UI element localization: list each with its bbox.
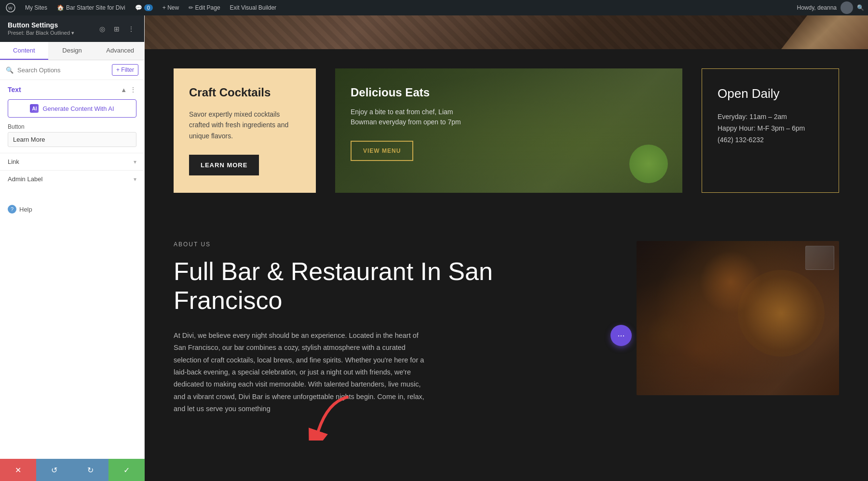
generate-ai-button[interactable]: AI Generate Content With AI: [8, 99, 136, 118]
cocktails-title: Craft Cocktails: [189, 86, 300, 99]
undo-button[interactable]: ↺: [36, 459, 72, 481]
glass-decoration-3: [646, 313, 690, 357]
admin-bar: W My Sites 🏠 Bar Starter Site for Divi 💬…: [0, 0, 868, 15]
search-icon: 🔍: [6, 67, 14, 74]
card-open-daily: Open Daily Everyday: 11am – 2am Happy Ho…: [702, 68, 839, 193]
link-label: Link: [8, 158, 19, 165]
help-row: ? Help: [0, 197, 144, 221]
open-daily-title: Open Daily: [718, 86, 823, 101]
about-label: ABOUT US: [174, 241, 608, 248]
button-field-label: Button: [0, 123, 144, 132]
section-menu-icon[interactable]: ⋮: [130, 86, 136, 94]
glass-decoration-2: [699, 251, 762, 313]
help-link[interactable]: Help: [19, 206, 32, 213]
eats-decoration: [629, 145, 668, 183]
view-menu-button[interactable]: VIEW MENU: [351, 141, 413, 161]
text-section-title: Text: [8, 86, 21, 94]
admin-bar-right: Howdy, deanna 🔍: [797, 1, 865, 14]
open-daily-hours: Everyday: 11am – 2am: [718, 113, 823, 120]
comments-count: 0: [144, 4, 153, 11]
grid-icon[interactable]: ⊞: [111, 24, 122, 34]
about-image: [637, 241, 839, 395]
search-input[interactable]: [17, 67, 108, 74]
panel-title: Button Settings: [8, 21, 74, 29]
howdy-text: Howdy, deanna: [797, 4, 837, 11]
search-icon[interactable]: 🔍: [857, 4, 864, 11]
wp-logo-btn[interactable]: W: [4, 0, 17, 15]
panel-header: Button Settings Preset: Bar Black Outlin…: [0, 15, 144, 42]
open-daily-phone: (462) 132-6232: [718, 136, 823, 144]
tab-design[interactable]: Design: [48, 42, 96, 60]
comments-btn[interactable]: 💬 0: [133, 0, 155, 15]
tab-advanced[interactable]: Advanced: [96, 42, 144, 60]
redo-button[interactable]: ↻: [72, 459, 108, 481]
my-sites-btn[interactable]: My Sites: [23, 0, 49, 15]
ai-icon: AI: [30, 104, 39, 113]
text-section-header: Text ▲ ⋮: [0, 80, 144, 97]
section-controls: ▲ ⋮: [121, 86, 136, 94]
exit-builder-btn[interactable]: Exit Visual Builder: [228, 0, 279, 15]
tab-content[interactable]: Content: [0, 42, 48, 60]
user-avatar[interactable]: [841, 1, 853, 14]
eats-text: Enjoy a bite to eat from chef, Liam Bowm…: [351, 107, 476, 127]
card-cocktails: Craft Cocktails Savor expertly mixed coc…: [174, 68, 316, 193]
cancel-button[interactable]: ✕: [0, 459, 36, 481]
ice-decoration: [805, 246, 834, 270]
new-btn[interactable]: + New: [161, 0, 181, 15]
main-layout: Button Settings Preset: Bar Black Outlin…: [0, 0, 868, 481]
svg-text:W: W: [8, 6, 13, 11]
about-title: Full Bar & Restaurant In San Francisco: [174, 257, 608, 315]
right-content: Craft Cocktails Savor expertly mixed coc…: [145, 15, 868, 481]
admin-label-text: Admin Label: [8, 175, 42, 183]
about-left: ABOUT US Full Bar & Restaurant In San Fr…: [174, 241, 608, 415]
panel-header-icons: ◎ ⊞ ⋮: [97, 24, 136, 34]
panel-header-left: Button Settings Preset: Bar Black Outlin…: [8, 21, 74, 36]
cocktails-text: Savor expertly mixed cocktails crafted w…: [189, 109, 300, 141]
filter-button[interactable]: + Filter: [112, 64, 138, 76]
learn-more-button[interactable]: LEARN MORE: [189, 155, 259, 175]
collapse-text-btn[interactable]: ▲: [121, 86, 127, 94]
admin-label-chevron-icon: ▾: [134, 176, 136, 183]
site-name-btn[interactable]: 🏠 Bar Starter Site for Divi: [55, 0, 127, 15]
about-text: At Divi, we believe every night should b…: [174, 330, 424, 415]
link-chevron-icon: ▾: [134, 159, 136, 165]
hero-image: [145, 15, 868, 49]
about-section: ABOUT US Full Bar & Restaurant In San Fr…: [145, 212, 868, 444]
cards-section: Craft Cocktails Savor expertly mixed coc…: [145, 49, 868, 212]
admin-label-section-row[interactable]: Admin Label ▾: [0, 170, 144, 187]
card-eats: Delicious Eats Enjoy a bite to eat from …: [335, 68, 682, 193]
link-section-row[interactable]: Link ▾: [0, 153, 144, 170]
open-daily-happy-hour: Happy Hour: M-F 3pm – 6pm: [718, 124, 823, 132]
eats-content: Delicious Eats Enjoy a bite to eat from …: [351, 86, 476, 161]
hero-overlay: [145, 15, 868, 49]
save-button[interactable]: ✓: [108, 459, 145, 481]
panel-preset: Preset: Bar Black Outlined ▾: [8, 30, 74, 36]
help-icon: ?: [8, 205, 16, 214]
panel-tabs: Content Design Advanced: [0, 42, 144, 60]
bottom-action-bar: ✕ ↺ ↻ ✓: [0, 459, 145, 481]
button-text-input[interactable]: Learn More: [8, 132, 136, 147]
search-row: 🔍 + Filter: [0, 60, 144, 80]
target-icon[interactable]: ◎: [97, 24, 108, 34]
left-panel: Button Settings Preset: Bar Black Outlin…: [0, 15, 145, 481]
edit-page-btn[interactable]: ✏ Edit Page: [187, 0, 222, 15]
eats-title: Delicious Eats: [351, 86, 476, 99]
dots-menu-icon[interactable]: ⋮: [126, 24, 136, 34]
fab-menu-button[interactable]: ···: [610, 325, 632, 346]
